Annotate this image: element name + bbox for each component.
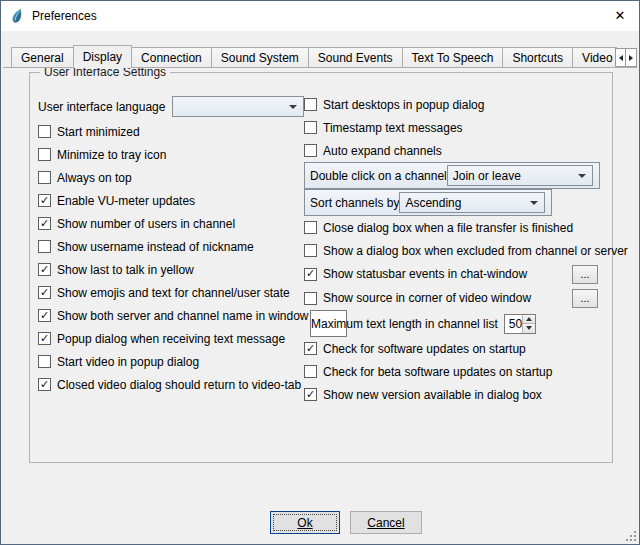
tab-general[interactable]: General xyxy=(11,47,74,68)
label-popup-dialog-when-receiving-text-message: Popup dialog when receiving text message xyxy=(57,332,285,346)
row-enable-vu-meter-updates: ✓Enable VU-meter updates xyxy=(38,189,304,212)
row-show-username-instead-of-nickname: Show username instead of nickname xyxy=(38,235,304,258)
checkbox-show-statusbar-events-in-chat-window[interactable]: ✓ xyxy=(304,268,317,281)
row-show-number-of-users-in-channel: ✓Show number of users in channel xyxy=(38,212,304,235)
checkbox-always-on-top[interactable] xyxy=(38,171,51,184)
app-icon xyxy=(9,8,25,24)
row-start-desktops-in-popup-dialog: Start desktops in popup dialog xyxy=(304,93,606,116)
dropdown-sort-channels-by[interactable]: Ascending xyxy=(399,192,545,213)
checkbox-enable-vu-meter-updates[interactable]: ✓ xyxy=(38,194,51,207)
checkmark-icon: ✓ xyxy=(40,195,49,206)
dropdown-value: Ascending xyxy=(405,196,461,210)
spin-down-button[interactable] xyxy=(523,324,535,333)
checkbox-show-username-instead-of-nickname[interactable] xyxy=(38,240,51,253)
row-show-a-dialog-box-when-excluded-from-channel-or-server: Show a dialog box when excluded from cha… xyxy=(304,239,606,262)
label-enable-vu-meter-updates: Enable VU-meter updates xyxy=(57,194,195,208)
label-show-username-instead-of-nickname: Show username instead of nickname xyxy=(57,240,254,254)
resize-grip[interactable] xyxy=(624,529,636,541)
checkbox-check-for-software-updates-on-startup[interactable]: ✓ xyxy=(304,342,317,355)
row-minimize-to-tray-icon: Minimize to tray icon xyxy=(38,143,304,166)
tab-text-to-speech[interactable]: Text To Speech xyxy=(402,47,504,68)
label-closed-video-dialog-should-return-to-video-tab: Closed video dialog should return to vid… xyxy=(57,378,301,392)
label-show-emojis-and-text-for-channel-user-state: Show emojis and text for channel/user st… xyxy=(57,286,290,300)
ellipsis-button-show-statusbar-events-in-chat-window[interactable]: ... xyxy=(572,265,598,284)
tab-connection[interactable]: Connection xyxy=(131,47,212,68)
checkmark-icon: ✓ xyxy=(40,379,49,390)
ellipsis-button-show-source-in-corner-of-video-window[interactable]: ... xyxy=(572,289,598,308)
spinbox-maximum-text-length-in-channel-list[interactable]: 50 xyxy=(504,314,536,334)
tab-scroll-left-button[interactable] xyxy=(615,48,626,67)
close-icon[interactable]: ✕ xyxy=(601,1,639,31)
label-show-statusbar-events-in-chat-window: Show statusbar events in chat-window xyxy=(323,267,527,281)
checkbox-show-last-to-talk-in-yellow[interactable]: ✓ xyxy=(38,263,51,276)
dropdown-value: Join or leave xyxy=(453,169,521,183)
spin-up-button[interactable] xyxy=(523,315,535,325)
row-timestamp-text-messages: Timestamp text messages xyxy=(304,116,606,139)
row-double-click-on-a-channel: Double click on a channelJoin or leave xyxy=(304,162,600,189)
tab-sound-events[interactable]: Sound Events xyxy=(308,47,403,68)
checkbox-show-new-version-available-in-dialog-box[interactable]: ✓ xyxy=(304,388,317,401)
row-show-statusbar-events-in-chat-window: ✓Show statusbar events in chat-window... xyxy=(304,262,606,286)
checkbox-popup-dialog-when-receiving-text-message[interactable]: ✓ xyxy=(38,332,51,345)
row-check-for-software-updates-on-startup: ✓Check for software updates on startup xyxy=(304,337,606,360)
label-maximum-text-length-in-channel-list: Maximum text length in channel list xyxy=(311,317,498,331)
checkmark-icon: ✓ xyxy=(306,268,315,279)
checkmark-icon: ✓ xyxy=(306,389,315,400)
checkmark-icon: ✓ xyxy=(40,218,49,229)
checkbox-start-video-in-popup-dialog[interactable] xyxy=(38,355,51,368)
dropdown-double-click-on-a-channel[interactable]: Join or leave xyxy=(447,165,593,186)
checkbox-timestamp-text-messages[interactable] xyxy=(304,121,317,134)
row-show-emojis-and-text-for-channel-user-state: ✓Show emojis and text for channel/user s… xyxy=(38,281,304,304)
checkmark-icon: ✓ xyxy=(40,333,49,344)
settings-columns: User interface languageStart minimizedMi… xyxy=(30,73,612,406)
checkbox-minimize-to-tray-icon[interactable] xyxy=(38,148,51,161)
label-always-on-top: Always on top xyxy=(57,171,132,185)
ok-button[interactable]: Ok xyxy=(270,511,340,534)
label-show-last-to-talk-in-yellow: Show last to talk in yellow xyxy=(57,263,194,277)
tab-video[interactable]: Video xyxy=(572,47,617,68)
tab-scroll xyxy=(615,48,637,67)
tab-sound-system[interactable]: Sound System xyxy=(211,47,309,68)
row-popup-dialog-when-receiving-text-message: ✓Popup dialog when receiving text messag… xyxy=(38,327,304,350)
label-show-a-dialog-box-when-excluded-from-channel-or-server: Show a dialog box when excluded from cha… xyxy=(323,244,628,258)
label-timestamp-text-messages: Timestamp text messages xyxy=(323,121,463,135)
checkbox-start-minimized[interactable] xyxy=(38,125,51,138)
chevron-down-icon xyxy=(530,201,538,205)
row-check-for-beta-software-updates-on-startup: Check for beta software updates on start… xyxy=(304,360,606,383)
checkbox-show-number-of-users-in-channel[interactable]: ✓ xyxy=(38,217,51,230)
row-closed-video-dialog-should-return-to-video-tab: ✓Closed video dialog should return to vi… xyxy=(38,373,304,396)
tab-strip: GeneralDisplayConnectionSound SystemSoun… xyxy=(3,44,637,68)
row-close-dialog-box-when-a-file-transfer-is-finished: Close dialog box when a file transfer is… xyxy=(304,216,606,239)
row-show-new-version-available-in-dialog-box: ✓Show new version available in dialog bo… xyxy=(304,383,606,406)
label-close-dialog-box-when-a-file-transfer-is-finished: Close dialog box when a file transfer is… xyxy=(323,221,573,235)
checkbox-show-source-in-corner-of-video-window[interactable] xyxy=(304,292,317,305)
tab-bar: GeneralDisplayConnectionSound SystemSoun… xyxy=(11,44,617,68)
tab-display[interactable]: Display xyxy=(73,45,132,68)
row-auto-expand-channels: Auto expand channels xyxy=(304,139,606,162)
row-always-on-top: Always on top xyxy=(38,166,304,189)
cancel-button[interactable]: Cancel xyxy=(350,511,422,534)
checkbox-close-dialog-box-when-a-file-transfer-is-finished[interactable] xyxy=(304,221,317,234)
row-sort-channels-by: Sort channels byAscending xyxy=(304,189,552,216)
label-show-new-version-available-in-dialog-box: Show new version available in dialog box xyxy=(323,388,542,402)
label-user-interface-language: User interface language xyxy=(38,100,164,114)
checkbox-auto-expand-channels[interactable] xyxy=(304,144,317,157)
tab-scroll-right-button[interactable] xyxy=(626,48,637,67)
checkmark-icon: ✓ xyxy=(40,264,49,275)
checkbox-check-for-beta-software-updates-on-startup[interactable] xyxy=(304,365,317,378)
checkbox-start-desktops-in-popup-dialog[interactable] xyxy=(304,98,317,111)
label-show-both-server-and-channel-name-in-window-title: Show both server and channel name in win… xyxy=(57,309,331,323)
chevron-down-icon xyxy=(526,326,532,330)
row-maximum-text-length-in-channel-list: Maximum text length in channel list50 xyxy=(310,310,347,337)
checkbox-show-both-server-and-channel-name-in-window-title[interactable]: ✓ xyxy=(38,309,51,322)
checkbox-closed-video-dialog-should-return-to-video-tab[interactable]: ✓ xyxy=(38,378,51,391)
user-interface-settings-group: User Interface Settings User interface l… xyxy=(29,72,613,463)
checkbox-show-a-dialog-box-when-excluded-from-channel-or-server[interactable] xyxy=(304,244,317,257)
label-minimize-to-tray-icon: Minimize to tray icon xyxy=(57,148,166,162)
checkmark-icon: ✓ xyxy=(40,310,49,321)
row-start-video-in-popup-dialog: Start video in popup dialog xyxy=(38,350,304,373)
checkbox-show-emojis-and-text-for-channel-user-state[interactable]: ✓ xyxy=(38,286,51,299)
dropdown-user-interface-language[interactable] xyxy=(172,96,304,117)
label-start-video-in-popup-dialog: Start video in popup dialog xyxy=(57,355,199,369)
tab-shortcuts[interactable]: Shortcuts xyxy=(502,47,573,68)
